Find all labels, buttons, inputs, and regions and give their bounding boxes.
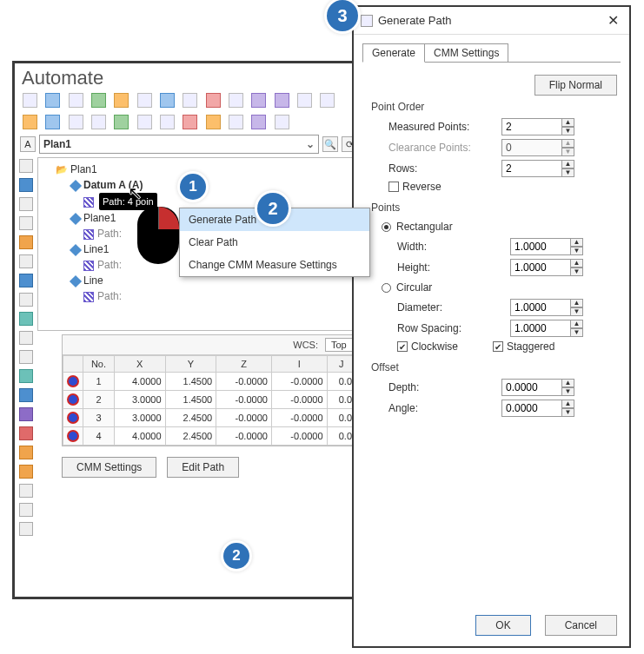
tb-icon[interactable] [69,115,83,129]
tab-generate[interactable]: Generate [362,43,425,63]
spin-down-icon[interactable]: ▼ [571,307,583,316]
spin-up-icon[interactable]: ▲ [571,238,583,247]
diameter-spinner[interactable]: ▲▼ [510,299,583,316]
tb-icon[interactable] [23,115,37,129]
tb-icon[interactable] [45,115,60,129]
spin-up-icon[interactable]: ▲ [562,118,574,127]
cancel-button[interactable]: Cancel [545,615,617,636]
spin-up-icon[interactable]: ▲ [571,299,583,307]
gutter-icon[interactable] [19,197,33,211]
gutter-icon[interactable] [19,159,33,173]
menu-clear-path[interactable]: Clear Path [180,231,369,254]
close-icon[interactable]: ✕ [604,12,622,29]
height-spinner[interactable]: ▲▼ [510,259,583,276]
rows-input[interactable] [501,160,562,177]
tb-icon[interactable] [183,115,197,129]
staggered-checkbox[interactable]: ✔Staggered [493,340,554,353]
spin-down-icon[interactable]: ▼ [562,408,574,417]
gutter-icon[interactable] [19,522,33,536]
tb-icon[interactable] [91,93,106,108]
menu-change-cmm-settings[interactable]: Change CMM Measure Settings [180,254,369,276]
ok-button[interactable]: OK [475,615,530,636]
rectangular-radio[interactable]: Rectangular [382,221,453,233]
tb-icon[interactable] [114,115,129,129]
gutter-icon[interactable] [19,426,33,440]
depth-input[interactable] [501,379,562,396]
tb-icon[interactable] [229,93,243,108]
tb-icon[interactable] [114,93,129,108]
clockwise-checkbox[interactable]: ✔Clockwise [397,340,458,353]
gutter-icon[interactable] [19,388,33,402]
gutter-icon[interactable] [19,178,33,192]
angle-input[interactable] [501,400,562,417]
height-input[interactable] [510,259,571,276]
reverse-checkbox[interactable]: Reverse [388,181,442,193]
spin-up-icon[interactable]: ▲ [562,379,574,387]
gutter-icon[interactable] [19,235,33,249]
spin-up-icon[interactable]: ▲ [562,400,574,408]
depth-spinner[interactable]: ▲▼ [501,379,574,396]
tree-path-line[interactable]: Path: [56,288,353,304]
search-icon[interactable]: 🔍 [322,136,338,152]
tb-icon[interactable] [206,93,221,108]
tb-icon[interactable] [183,93,197,108]
spin-up-icon[interactable]: ▲ [571,259,583,268]
spin-down-icon[interactable]: ▼ [562,127,574,135]
plan-prefix-icon[interactable]: A [20,136,36,152]
gutter-icon[interactable] [19,350,33,364]
table-row[interactable]: 33.00002.4500-0.0000-0.00000.0 [63,409,356,427]
tb-icon[interactable] [320,93,335,108]
gutter-icon[interactable] [19,503,33,517]
gutter-icon[interactable] [19,331,33,345]
spin-down-icon[interactable]: ▼ [562,387,574,396]
angle-spinner[interactable]: ▲▼ [501,400,574,417]
tb-icon[interactable] [137,115,152,129]
circular-radio[interactable]: Circular [382,281,432,294]
tb-icon[interactable] [275,93,289,108]
spin-up-icon[interactable]: ▲ [571,320,583,328]
tb-icon[interactable] [297,93,312,108]
row-spacing-spinner[interactable]: ▲▼ [510,320,583,337]
gutter-icon[interactable] [19,465,33,479]
tb-icon[interactable] [275,115,289,129]
spin-down-icon[interactable]: ▼ [571,268,583,276]
width-spinner[interactable]: ▲▼ [510,238,583,255]
tb-icon[interactable] [23,93,37,108]
spin-down-icon[interactable]: ▼ [571,247,583,255]
diameter-input[interactable] [510,299,571,316]
table-row[interactable]: 44.00002.4500-0.0000-0.00000.0 [63,427,356,446]
tb-icon[interactable] [206,115,221,129]
measured-points-input[interactable] [501,118,562,135]
gutter-icon[interactable] [19,216,33,230]
flip-normal-button[interactable]: Flip Normal [534,75,617,96]
spin-down-icon[interactable]: ▼ [571,328,583,337]
table-row[interactable]: 23.00001.4500-0.0000-0.00000.0 [63,391,356,409]
plan-dropdown[interactable]: Plan1 [39,135,319,154]
gutter-icon[interactable] [19,407,33,421]
tree-root[interactable]: Plan1 [56,162,353,177]
measured-points-spinner[interactable]: ▲▼ [501,118,574,135]
gutter-icon[interactable] [19,369,33,383]
table-row[interactable]: 14.00001.4500-0.0000-0.00000.0 [63,373,356,391]
tb-icon[interactable] [251,115,266,129]
rows-spinner[interactable]: ▲▼ [501,160,574,177]
tb-icon[interactable] [251,93,266,108]
gutter-icon[interactable] [19,312,33,326]
tb-icon[interactable] [229,115,243,129]
gutter-icon[interactable] [19,274,33,287]
row-spacing-input[interactable] [510,320,571,337]
width-input[interactable] [510,238,571,255]
cmm-settings-button[interactable]: CMM Settings [62,457,156,478]
gutter-icon[interactable] [19,484,33,498]
spin-up-icon[interactable]: ▲ [562,160,574,168]
gutter-icon[interactable] [19,293,33,307]
tb-icon[interactable] [69,93,83,108]
tb-icon[interactable] [45,93,60,108]
tb-icon[interactable] [160,115,175,129]
spin-down-icon[interactable]: ▼ [562,168,574,177]
tab-cmm-settings[interactable]: CMM Settings [424,43,508,63]
gutter-icon[interactable] [19,446,33,459]
tb-icon[interactable] [137,93,152,108]
tb-icon[interactable] [160,93,175,108]
tb-icon[interactable] [91,115,106,129]
